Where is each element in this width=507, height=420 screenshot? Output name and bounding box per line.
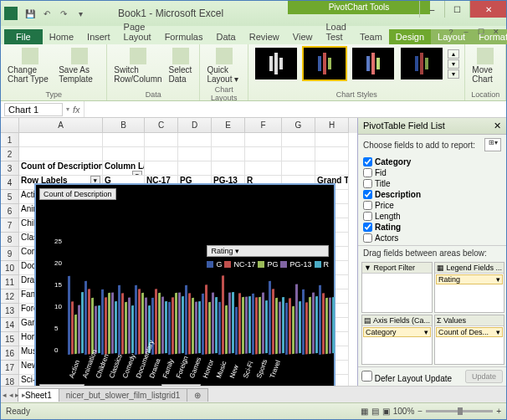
row-header[interactable]: 14 — [1, 318, 19, 332]
row-header[interactable]: 11 — [1, 275, 19, 289]
file-tab[interactable]: File — [4, 29, 43, 44]
tab-data[interactable]: Data — [209, 29, 242, 44]
update-button[interactable]: Update — [465, 370, 503, 383]
col-header[interactable]: B — [103, 118, 145, 133]
field-list-close[interactable]: ✕ — [494, 120, 501, 131]
legend-item[interactable]: G — [207, 260, 222, 269]
mdi-close[interactable]: ✕ — [489, 28, 503, 39]
qat-customize[interactable]: ▾ — [73, 6, 88, 21]
new-sheet-tab[interactable]: ⊕ — [187, 388, 208, 402]
select-data-button[interactable]: Select Data — [167, 46, 195, 85]
styles-scroll-up[interactable]: ▴ — [448, 49, 459, 59]
mdi-minimize[interactable]: – — [459, 28, 473, 39]
save-button[interactable]: 💾 — [23, 6, 38, 21]
col-header[interactable]: E — [212, 118, 245, 133]
zoom-level[interactable]: 100% — [393, 407, 415, 416]
undo-button[interactable]: ↶ — [39, 6, 54, 21]
field-rating[interactable]: Rating — [363, 222, 501, 233]
values-field-item[interactable]: Count of Des...▾ — [436, 327, 503, 337]
legend-item[interactable]: PG — [258, 260, 278, 269]
ribbon-help[interactable]: ? — [444, 28, 458, 39]
cell[interactable] — [245, 161, 282, 176]
cell[interactable] — [282, 133, 315, 147]
col-header[interactable]: H — [315, 118, 349, 133]
cell[interactable] — [19, 147, 103, 161]
minimize-button[interactable]: – — [419, 1, 444, 18]
tab-load-test[interactable]: Load Test — [319, 19, 352, 44]
chart-legend[interactable]: Rating ▾ GNC-17PGPG-13R — [207, 243, 329, 272]
col-header[interactable]: G — [282, 118, 315, 133]
cell[interactable] — [315, 133, 349, 147]
cell[interactable] — [282, 161, 315, 176]
axis-field-item[interactable]: Category▾ — [363, 327, 431, 337]
view-page-layout[interactable]: ▤ — [371, 407, 379, 416]
tab-insert[interactable]: Insert — [80, 29, 117, 44]
cell[interactable]: Column Labels ▾ — [103, 161, 145, 176]
field-description[interactable]: Description — [363, 189, 501, 200]
tab-home[interactable]: Home — [43, 29, 80, 44]
row-header[interactable]: 5 — [1, 190, 19, 204]
legend-field-item[interactable]: Rating▾ — [436, 274, 503, 284]
row-header[interactable]: 8 — [1, 233, 19, 247]
cell[interactable] — [103, 133, 145, 147]
cell[interactable] — [212, 161, 245, 176]
change-chart-type-button[interactable]: Change Chart Type — [6, 46, 54, 85]
cell[interactable] — [103, 147, 145, 161]
zoom-out[interactable]: − — [417, 407, 422, 416]
col-header[interactable]: A — [19, 118, 103, 133]
close-button[interactable]: ✕ — [469, 1, 506, 18]
switch-row-col-button[interactable]: Switch Row/Column — [112, 46, 163, 85]
col-header[interactable]: C — [145, 118, 178, 133]
field-title[interactable]: Title — [363, 178, 501, 189]
row-header[interactable]: 18 — [1, 375, 19, 386]
legend-dropdown[interactable]: Rating ▾ — [207, 245, 329, 257]
cell[interactable] — [178, 161, 212, 176]
redo-button[interactable]: ↷ — [56, 6, 71, 21]
area-report-filter[interactable]: ▼ Report Filter — [361, 262, 433, 313]
cell[interactable] — [178, 133, 212, 147]
chart-title-box[interactable]: Count of Description — [39, 188, 116, 200]
row-header[interactable]: 7 — [1, 218, 19, 233]
select-all-cell[interactable] — [1, 118, 19, 133]
area-values[interactable]: Σ Values Count of Des...▾ — [434, 315, 504, 366]
sheet-tab-2[interactable]: nicer_but_slower_film_listgrid1 — [59, 388, 188, 402]
field-price[interactable]: Price — [363, 200, 501, 211]
legend-item[interactable]: R — [315, 260, 330, 269]
name-box[interactable]: Chart 1 — [4, 103, 63, 116]
col-header[interactable]: F — [245, 118, 282, 133]
row-header[interactable]: 9 — [1, 247, 19, 261]
move-chart-button[interactable]: Move Chart — [470, 46, 500, 85]
field-category[interactable]: Category — [363, 156, 501, 167]
cell[interactable] — [315, 161, 349, 176]
cell[interactable] — [19, 133, 103, 147]
field-actors[interactable]: Actors — [363, 233, 501, 243]
zoom-in[interactable]: + — [496, 407, 501, 416]
row-header[interactable]: 15 — [1, 332, 19, 346]
cell[interactable] — [212, 133, 245, 147]
cell[interactable] — [212, 147, 245, 161]
chart-style-1[interactable] — [255, 48, 297, 79]
row-header[interactable]: 6 — [1, 204, 19, 218]
field-length[interactable]: Length — [363, 211, 501, 222]
row-header[interactable]: 16 — [1, 346, 19, 361]
row-header[interactable]: 2 — [1, 147, 19, 161]
pivot-chart[interactable]: Count of Description 0510152025 ActionAn… — [34, 183, 335, 386]
area-axis-fields[interactable]: ▤ Axis Fields (Ca... Category▾ — [361, 315, 433, 366]
quick-layout-button[interactable]: Quick Layout ▾ — [205, 46, 243, 85]
cell[interactable] — [145, 133, 178, 147]
field-fid[interactable]: Fid — [363, 167, 501, 178]
row-header[interactable]: 4 — [1, 176, 19, 190]
legend-item[interactable]: PG-13 — [280, 260, 311, 269]
cell[interactable] — [315, 147, 349, 161]
mdi-restore[interactable]: ☐ — [474, 28, 488, 39]
defer-update-checkbox[interactable]: Defer Layout Update — [361, 371, 452, 383]
save-as-template-button[interactable]: Save As Template — [57, 46, 101, 85]
tab-design[interactable]: Design — [389, 29, 431, 44]
tab-formulas[interactable]: Formulas — [158, 29, 210, 44]
maximize-button[interactable]: ☐ — [444, 1, 469, 18]
tab-review[interactable]: Review — [243, 29, 286, 44]
cell[interactable] — [245, 147, 282, 161]
row-header[interactable]: 12 — [1, 289, 19, 304]
cell[interactable] — [282, 147, 315, 161]
row-header[interactable]: 10 — [1, 261, 19, 275]
